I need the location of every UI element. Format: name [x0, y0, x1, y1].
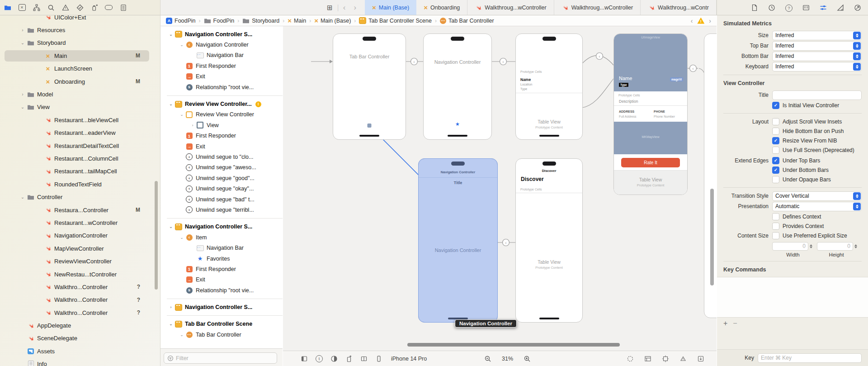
warning-icon[interactable]: !: [697, 18, 704, 24]
compass-inspector-icon[interactable]: [854, 4, 861, 12]
bottom-bar-select[interactable]: Inferred: [772, 52, 862, 61]
rotate-icon[interactable]: [343, 355, 355, 362]
presentation-select[interactable]: Automatic: [772, 202, 862, 211]
key-input[interactable]: Enter ⌘ Key: [758, 353, 862, 363]
symbols-icon[interactable]: [33, 4, 40, 11]
navigator-row[interactable]: ×OnboardingM: [0, 75, 160, 88]
commit-icon[interactable]: [695, 355, 707, 362]
breadcrumb-item[interactable]: Tab Bar Controller Scene: [359, 17, 432, 24]
disclosure-chevron-icon[interactable]: ⌄: [168, 322, 174, 326]
debug-icon[interactable]: [90, 4, 98, 11]
vc-discover-table[interactable]: Discover Discover Prototype Cells Table …: [515, 158, 583, 323]
outline-row[interactable]: 1First Responder: [160, 61, 283, 71]
navigator-row[interactable]: RestaurantDetailTextCell: [0, 139, 160, 152]
traits-icon[interactable]: t: [313, 355, 325, 362]
navigator-row[interactable]: Restaurant...eaderView: [0, 127, 160, 139]
outline-row[interactable]: ⌄Review View Controller...!: [160, 99, 283, 109]
outline-row[interactable]: ›View: [160, 120, 283, 130]
navigator-row[interactable]: Restaura...ControllerM: [0, 204, 160, 216]
outline-row[interactable]: ⌄‹Item: [160, 232, 283, 242]
width-field[interactable]: 0: [772, 242, 808, 251]
navigator-scrollbar[interactable]: [155, 181, 158, 290]
outline-row[interactable]: 1First Responder: [160, 131, 283, 141]
key-commands-list[interactable]: [717, 277, 868, 318]
vc-navigation-controller-selected[interactable]: Navigation Controller Title Navigation C…: [418, 158, 498, 323]
tab-walkthroug-wcontroller[interactable]: Walkthroug...wController: [554, 0, 641, 15]
page-inspector-icon[interactable]: [751, 4, 758, 12]
disclosure-chevron-icon[interactable]: ›: [189, 123, 196, 128]
top-bar-select[interactable]: Inferred: [772, 41, 862, 51]
navigator-row[interactable]: ⌄Storyboard: [0, 37, 160, 49]
canvas-vertical-scrollbar[interactable]: [710, 189, 714, 285]
navigator-row[interactable]: Assets: [0, 345, 160, 357]
zoom-in-icon[interactable]: [521, 355, 533, 362]
height-stepper-icon[interactable]: [854, 244, 857, 248]
outline-row[interactable]: 1First Responder: [160, 264, 283, 274]
disclosure-chevron-icon[interactable]: ⌄: [179, 235, 185, 240]
navigator-row[interactable]: SceneDelegate: [0, 332, 160, 345]
checkbox[interactable]: [772, 213, 779, 220]
card-inspector-icon[interactable]: [802, 4, 810, 12]
sbar-icon[interactable]: [298, 355, 310, 362]
navigator-row[interactable]: AppDelegate: [0, 319, 160, 332]
resolve-icon[interactable]: [677, 355, 689, 362]
disclosure-chevron-icon[interactable]: ⌄: [19, 105, 26, 109]
back-chevron-icon[interactable]: ‹: [339, 3, 350, 12]
navigator-row[interactable]: ›Model: [0, 88, 160, 100]
sliders-inspector-icon[interactable]: [820, 4, 827, 12]
split-icon[interactable]: [358, 355, 370, 362]
navigator-row[interactable]: Restaurant...ColumnCell: [0, 152, 160, 165]
appearance-icon[interactable]: [328, 355, 340, 362]
updfr-icon[interactable]: [642, 355, 654, 362]
tab-walkthroug-wcontroller[interactable]: Walkthroug...wController: [467, 0, 554, 15]
prev-issue-chevron-icon[interactable]: ‹: [691, 17, 693, 24]
disclosure-chevron-icon[interactable]: ⌄: [19, 195, 26, 200]
disclosure-chevron-icon[interactable]: ⌄: [179, 112, 185, 117]
navigator-row[interactable]: NavigationController: [0, 229, 160, 242]
outline-row[interactable]: ‹Unwind segue "bad" t...: [160, 194, 283, 204]
disclosure-chevron-icon[interactable]: ⌄: [19, 40, 26, 45]
navigator-row[interactable]: Restaurant...wController: [0, 216, 160, 229]
disclosure-chevron-icon[interactable]: ⌄: [168, 32, 174, 37]
disclosure-chevron-icon[interactable]: ›: [19, 92, 26, 97]
navigator-row[interactable]: ×LaunchScreen: [0, 62, 160, 75]
checkbox[interactable]: [772, 147, 779, 154]
checkbox[interactable]: ✓: [772, 166, 779, 174]
checkbox[interactable]: [772, 128, 779, 135]
navigator-row[interactable]: Walkthro...Controller?: [0, 280, 160, 293]
outline-row[interactable]: ⌄Navigation Controller S...: [160, 29, 283, 39]
zoom-level[interactable]: 31%: [502, 356, 513, 362]
outline-row[interactable]: ‹Unwind segue "terribl...: [160, 204, 283, 215]
checkbox[interactable]: [772, 118, 779, 125]
embed-icon[interactable]: [660, 355, 671, 362]
breadcrumb-item[interactable]: AFoodPin: [166, 18, 196, 24]
find-icon[interactable]: [47, 4, 55, 11]
title-field[interactable]: [772, 90, 862, 100]
outline-row[interactable]: ⌄Tab Bar Controller Scene: [160, 319, 283, 329]
breadcrumb-item[interactable]: ⋯Tab Bar Controller: [440, 18, 494, 24]
outline-row[interactable]: ‹Unwind segue "aweso...: [160, 162, 283, 173]
checkbox[interactable]: [772, 232, 779, 239]
outline-row[interactable]: →Exit: [160, 141, 283, 152]
refresh-icon[interactable]: [624, 355, 636, 362]
breadcrumb-item[interactable]: Storyboard: [242, 17, 279, 24]
navigator-row[interactable]: RoundedTextField: [0, 178, 160, 190]
rate-it-button[interactable]: Rate It: [621, 158, 680, 167]
navigator-row[interactable]: NewRestau...tController: [0, 268, 160, 280]
vc-table-view-top[interactable]: Prototype Cells Name Location Type Table…: [515, 33, 583, 140]
navigator-row[interactable]: UIColor+Ext: [0, 15, 160, 24]
outline-row[interactable]: ‹Unwind segue to "clo...: [160, 152, 283, 162]
checkbox[interactable]: ✓: [772, 157, 779, 164]
reports-icon[interactable]: [119, 4, 127, 11]
checkbox[interactable]: ✓: [772, 137, 779, 144]
help-inspector-icon[interactable]: ?: [785, 3, 793, 12]
outline-row[interactable]: ⌄Review View Controller: [160, 109, 283, 120]
navigator-row[interactable]: Walkthro...Controller?: [0, 306, 160, 319]
keyboard-select[interactable]: Inferred: [772, 62, 862, 71]
next-issue-chevron-icon[interactable]: ›: [709, 17, 711, 24]
zoom-out-icon[interactable]: [482, 355, 494, 362]
outline-row[interactable]: ★Favorites: [160, 253, 283, 264]
storyboard-canvas[interactable]: ‹‹ ‹‹ ‹ Tab Bar Controller Navigation Co…: [283, 26, 717, 351]
navigator-row[interactable]: Walkthro...Controller?: [0, 294, 160, 306]
navigator-row[interactable]: MapViewController: [0, 242, 160, 255]
